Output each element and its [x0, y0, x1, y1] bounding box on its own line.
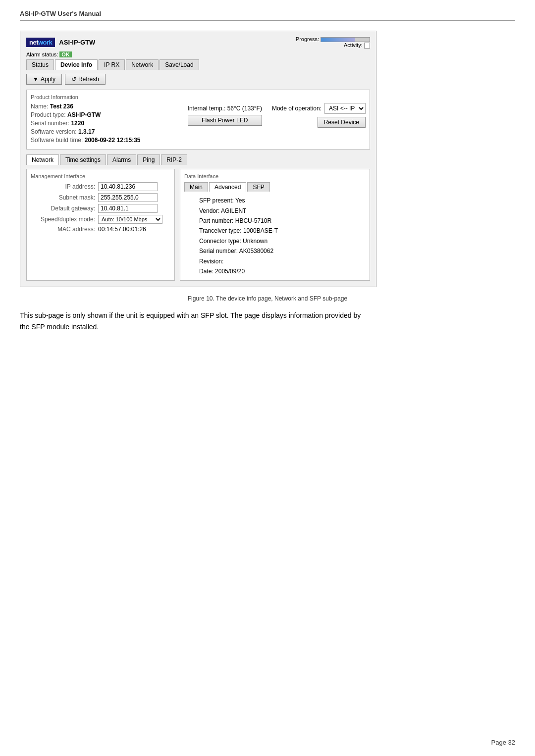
ip-value: 10.40.81.236: [98, 182, 158, 191]
mac-value: 00:14:57:00:01:26: [98, 226, 146, 233]
data-interface-title: Data Interface: [184, 173, 366, 179]
vendor-label: Vendor:: [199, 207, 219, 214]
progress-bar-fill: [321, 38, 355, 42]
data-tab-main[interactable]: Main: [184, 182, 208, 192]
speed-label: Speed/duplex mode:: [31, 216, 95, 223]
sw-version-value: 1.3.17: [78, 128, 95, 135]
sub-tab-time-settings[interactable]: Time settings: [60, 154, 106, 165]
part-value: HBCU-5710R: [235, 217, 271, 224]
product-right: Mode of operation: ASI <-- IP Reset Devi…: [272, 103, 366, 145]
product-name-row: Name: Test 236: [31, 103, 178, 110]
product-type-value: ASI-IP-GTW: [67, 111, 101, 118]
internal-temp: Internal temp.: 56°C (133°F): [188, 105, 262, 112]
data-interface-section: Data Interface Main Advanced SFP SFP pre…: [180, 169, 370, 281]
gateway-label: Default gateway:: [31, 205, 95, 212]
sfp-serial-value: AK05380062: [239, 248, 273, 254]
internal-temp-label: Internal temp.:: [188, 105, 226, 112]
page-footer: Page 32: [491, 739, 515, 746]
transceiver-row: Tranceiver type: 1000BASE-T: [184, 226, 366, 236]
reset-device-button[interactable]: Reset Device: [318, 117, 366, 128]
progress-label-row: Progress:: [296, 36, 370, 42]
alarm-row: Alarm status: OK: [26, 51, 370, 57]
tab-device-info[interactable]: Device Info: [55, 59, 98, 70]
sfp-present-value: Yes: [235, 197, 245, 204]
tab-status[interactable]: Status: [26, 59, 54, 70]
ip-label: IP address:: [31, 183, 95, 190]
product-info-section: Product Information Name: Test 236 Produ…: [26, 90, 370, 150]
date-row: Date: 2005/09/20: [184, 266, 366, 276]
checkmark-icon: ▼: [33, 76, 39, 83]
two-col-layout: Management Interface IP address: 10.40.8…: [26, 169, 370, 281]
logo-work: work: [38, 39, 52, 46]
sfp-serial-label: Serial number:: [199, 248, 238, 254]
subnet-row: Subnet mask: 255.255.255.0: [31, 193, 170, 202]
sub-tab-alarms[interactable]: Alarms: [107, 154, 136, 165]
tab-network[interactable]: Network: [126, 59, 159, 70]
sub-tab-ping[interactable]: Ping: [137, 154, 160, 165]
figure-caption: Figure 10. The device info page, Network…: [20, 295, 515, 302]
sw-version-label: Software version:: [31, 128, 77, 135]
mac-label: MAC address:: [31, 226, 95, 233]
speed-row: Speed/duplex mode: Auto: 10/100 Mbps: [31, 215, 170, 224]
activity-checkbox[interactable]: [364, 43, 370, 49]
connector-value: Unknown: [243, 238, 268, 245]
data-tab-sfp[interactable]: SFP: [247, 182, 269, 192]
sw-version-row: Software version: 1.3.17: [31, 128, 178, 135]
part-label: Part number:: [199, 217, 233, 224]
apply-label: Apply: [41, 76, 55, 83]
product-left: Name: Test 236 Product type: ASI-IP-GTW …: [31, 103, 178, 145]
date-label: Date:: [199, 268, 214, 275]
vendor-row: Vendor: AGILENT: [184, 206, 366, 216]
sub-tab-rip2[interactable]: RIP-2: [161, 154, 187, 165]
sfp-present-row: SFP present: Yes: [184, 196, 366, 205]
product-type-row: Product type: ASI-IP-GTW: [31, 111, 178, 118]
revision-label: Revision:: [199, 258, 223, 265]
apply-button[interactable]: ▼ Apply: [26, 74, 62, 85]
refresh-label: Refresh: [78, 76, 99, 83]
data-tab-advanced[interactable]: Advanced: [209, 182, 246, 192]
window-header: network ASI-IP-GTW Progress: Activity:: [26, 36, 370, 49]
progress-bar: [321, 37, 370, 42]
connector-row: Connector type: Unknown: [184, 236, 366, 246]
toolbar: ▼ Apply ↺ Refresh: [26, 74, 370, 85]
management-section: Management Interface IP address: 10.40.8…: [26, 169, 175, 281]
logo-net: net: [29, 39, 38, 46]
mode-select[interactable]: ASI <-- IP: [324, 103, 366, 114]
alarm-status: OK: [59, 51, 72, 57]
date-value: 2005/09/20: [215, 268, 245, 275]
progress-area: Progress: Activity:: [296, 36, 370, 49]
refresh-icon: ↺: [71, 76, 76, 83]
speed-select[interactable]: Auto: 10/100 Mbps: [98, 215, 162, 224]
refresh-button[interactable]: ↺ Refresh: [65, 74, 106, 85]
serial-label: Serial number:: [31, 120, 69, 127]
product-type-label: Product type:: [31, 111, 66, 118]
data-tabs: Main Advanced SFP: [184, 182, 366, 192]
tab-ip-rx[interactable]: IP RX: [99, 59, 125, 70]
sw-build-row: Software build time: 2006-09-22 12:15:35: [31, 137, 178, 144]
mac-row: MAC address: 00:14:57:00:01:26: [31, 226, 170, 233]
flash-led-button[interactable]: Flash Power LED: [188, 115, 262, 126]
tab-save-load[interactable]: Save/Load: [160, 59, 199, 70]
name-value: Test 236: [50, 103, 73, 110]
body-text: This sub-page is only shown if the unit …: [20, 310, 367, 332]
network-logo: network: [26, 38, 55, 47]
revision-row: Revision:: [184, 256, 366, 266]
product-center: Internal temp.: 56°C (133°F) Flash Power…: [188, 103, 262, 145]
ip-row: IP address: 10.40.81.236: [31, 182, 170, 191]
main-nav-tabs: Status Device Info IP RX Network Save/Lo…: [26, 59, 370, 70]
progress-label: Progress:: [296, 36, 319, 42]
transceiver-value: 1000BASE-T: [243, 227, 278, 234]
sw-build-label: Software build time:: [31, 137, 83, 144]
subnet-label: Subnet mask:: [31, 194, 95, 201]
activity-label: Activity:: [344, 42, 363, 48]
logo-box: network ASI-IP-GTW: [26, 38, 95, 47]
management-title: Management Interface: [31, 173, 170, 179]
gateway-value: 10.40.81.1: [98, 204, 158, 213]
sub-tab-network[interactable]: Network: [26, 154, 59, 165]
internal-temp-value: 56°C (133°F): [227, 105, 262, 112]
vendor-value: AGILENT: [221, 207, 246, 214]
mode-row: Mode of operation: ASI <-- IP: [272, 103, 366, 114]
device-window: network ASI-IP-GTW Progress: Activity: A…: [20, 31, 376, 287]
sub-tabs: Network Time settings Alarms Ping RIP-2: [26, 154, 370, 165]
gateway-row: Default gateway: 10.40.81.1: [31, 204, 170, 213]
